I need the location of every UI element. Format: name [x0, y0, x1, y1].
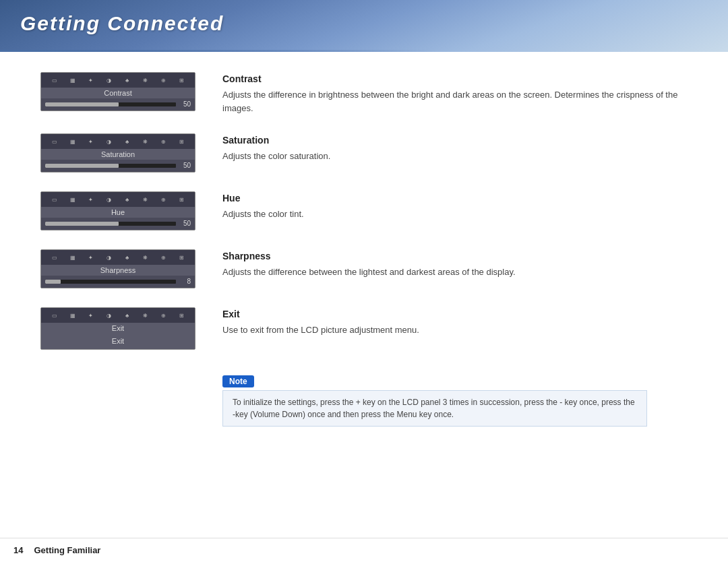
note-section: Note To initialize the settings, press t…: [222, 375, 647, 427]
osd-slider-track-hue: [45, 222, 176, 226]
osd-icon-2: ✦: [85, 195, 97, 204]
row-sharpness: ▭▦✦◑♣❋⊕⊞Sharpness8SharpnessAdjusts the d…: [40, 249, 688, 288]
desc-area-exit: ExitUse to exit from the LCD picture adj…: [222, 307, 688, 337]
osd-icon-0: ▭: [49, 137, 61, 146]
osd-icon-5: ❋: [140, 195, 152, 204]
osd-label-sharpness: Sharpness: [41, 265, 195, 276]
osd-widget-hue: ▭▦✦◑♣❋⊕⊞Hue50: [40, 191, 195, 230]
osd-icon-6: ⊕: [158, 311, 170, 320]
desc-title-saturation: Saturation: [222, 135, 688, 146]
desc-text-hue: Adjusts the color tint.: [222, 208, 688, 221]
osd-icon-5: ❋: [140, 311, 152, 320]
osd-label-exit: Exit: [41, 323, 195, 334]
osd-icons-bar-saturation: ▭▦✦◑♣❋⊕⊞: [41, 134, 195, 149]
osd-icon-7: ⊞: [176, 311, 188, 320]
osd-icon-4: ♣: [121, 137, 133, 146]
osd-label-saturation: Saturation: [41, 149, 195, 160]
osd-icon-6: ⊕: [158, 253, 170, 262]
osd-icon-0: ▭: [49, 75, 61, 85]
desc-area-sharpness: SharpnessAdjusts the difference between …: [222, 249, 688, 279]
osd-icon-2: ✦: [85, 137, 97, 146]
desc-area-hue: HueAdjusts the color tint.: [222, 191, 688, 221]
osd-icon-3: ◑: [103, 253, 115, 262]
osd-icon-7: ⊞: [176, 253, 188, 262]
main-content: ▭▦✦◑♣❋⊕⊞Contrast50ContrastAdjusts the di…: [0, 52, 728, 440]
osd-icon-1: ▦: [67, 311, 79, 320]
desc-area-contrast: ContrastAdjusts the difference in bright…: [222, 72, 688, 115]
osd-icon-7: ⊞: [176, 137, 188, 146]
osd-icon-0: ▭: [49, 311, 61, 320]
desc-title-sharpness: Sharpness: [222, 251, 688, 261]
osd-icon-3: ◑: [103, 195, 115, 204]
osd-slider-fill-saturation: [45, 164, 119, 168]
osd-icons-bar-sharpness: ▭▦✦◑♣❋⊕⊞: [41, 250, 195, 265]
osd-slider-fill-sharpness: [45, 280, 61, 284]
osd-icons-bar-hue: ▭▦✦◑♣❋⊕⊞: [41, 192, 195, 207]
row-hue: ▭▦✦◑♣❋⊕⊞Hue50HueAdjusts the color tint.: [40, 191, 688, 230]
osd-widget-sharpness: ▭▦✦◑♣❋⊕⊞Sharpness8: [40, 249, 195, 288]
osd-icon-2: ✦: [85, 253, 97, 262]
osd-icon-4: ♣: [121, 75, 133, 85]
desc-title-hue: Hue: [222, 193, 688, 204]
osd-icon-5: ❋: [140, 75, 152, 85]
osd-icon-6: ⊕: [158, 137, 170, 146]
osd-icon-7: ⊞: [176, 75, 188, 85]
osd-icon-3: ◑: [103, 75, 115, 85]
osd-widget-exit: ▭▦✦◑♣❋⊕⊞ExitExit: [40, 307, 195, 350]
osd-icon-1: ▦: [67, 195, 79, 204]
osd-icon-1: ▦: [67, 253, 79, 262]
osd-value-sharpness: 8: [179, 278, 191, 285]
osd-icon-1: ▦: [67, 137, 79, 146]
osd-icon-3: ◑: [103, 137, 115, 146]
osd-slider-fill-hue: [45, 222, 119, 226]
row-contrast: ▭▦✦◑♣❋⊕⊞Contrast50ContrastAdjusts the di…: [40, 72, 688, 115]
osd-slider-row-sharpness: 8: [41, 276, 195, 288]
page-header: Getting Connected: [0, 0, 728, 52]
osd-icon-5: ❋: [140, 137, 152, 146]
osd-icon-4: ♣: [121, 311, 133, 320]
desc-text-sharpness: Adjusts the difference between the light…: [222, 266, 688, 279]
osd-value-hue: 50: [179, 220, 191, 227]
header-line: [0, 50, 437, 52]
osd-slider-row-saturation: 50: [41, 160, 195, 172]
osd-icon-7: ⊞: [176, 195, 188, 204]
rows-container: ▭▦✦◑♣❋⊕⊞Contrast50ContrastAdjusts the di…: [40, 72, 688, 369]
osd-label-contrast: Contrast: [41, 88, 195, 98]
osd-icon-3: ◑: [103, 311, 115, 320]
desc-area-saturation: SaturationAdjusts the color saturation.: [222, 133, 688, 163]
osd-icons-bar-exit: ▭▦✦◑♣❋⊕⊞: [41, 308, 195, 323]
osd-icon-4: ♣: [121, 195, 133, 204]
row-saturation: ▭▦✦◑♣❋⊕⊞Saturation50SaturationAdjusts th…: [40, 133, 688, 173]
osd-icon-2: ✦: [85, 311, 97, 320]
desc-title-contrast: Contrast: [222, 73, 688, 84]
osd-icon-0: ▭: [49, 253, 61, 262]
osd-label-hue: Hue: [41, 207, 195, 218]
osd-icon-1: ▦: [67, 75, 79, 85]
desc-text-exit: Use to exit from the LCD picture adjustm…: [222, 323, 688, 337]
osd-slider-row-contrast: 50: [41, 98, 195, 111]
desc-text-contrast: Adjusts the difference in brightness bet…: [222, 88, 688, 115]
footer: 14 Getting Familiar: [0, 538, 728, 562]
desc-title-exit: Exit: [222, 309, 688, 319]
osd-value-contrast: 50: [179, 100, 191, 108]
footer-section-label: Getting Familiar: [34, 545, 100, 555]
page-title: Getting Connected: [0, 0, 728, 47]
note-box: To initialize the settings, press the + …: [222, 390, 647, 427]
osd-slider-row-hue: 50: [41, 218, 195, 230]
osd-icon-5: ❋: [140, 253, 152, 262]
footer-page-number: 14: [13, 545, 23, 555]
osd-widget-contrast: ▭▦✦◑♣❋⊕⊞Contrast50: [40, 72, 195, 111]
osd-icons-bar-contrast: ▭▦✦◑♣❋⊕⊞: [41, 73, 195, 88]
osd-icon-2: ✦: [85, 75, 97, 85]
osd-slider-track-saturation: [45, 164, 176, 168]
note-badge: Note: [222, 375, 254, 387]
osd-icon-0: ▭: [49, 195, 61, 204]
osd-slider-fill-contrast: [45, 102, 119, 106]
osd-slider-track-contrast: [45, 102, 176, 106]
desc-text-saturation: Adjusts the color saturation.: [222, 150, 688, 163]
osd-icon-6: ⊕: [158, 195, 170, 204]
osd-icon-4: ♣: [121, 253, 133, 262]
osd-slider-track-sharpness: [45, 280, 176, 284]
row-exit: ▭▦✦◑♣❋⊕⊞ExitExitExitUse to exit from the…: [40, 307, 688, 350]
osd-value-saturation: 50: [179, 162, 191, 169]
